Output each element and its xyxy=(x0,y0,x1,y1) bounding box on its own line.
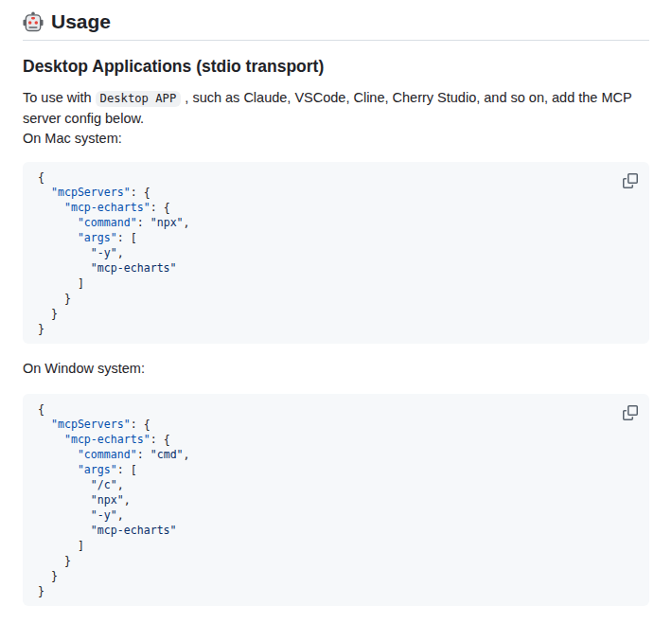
usage-heading-label: Usage xyxy=(51,9,111,34)
code-line: } xyxy=(38,291,634,306)
code-line: ] xyxy=(38,276,634,291)
code-line: } xyxy=(38,553,634,568)
usage-heading: Usage xyxy=(23,9,649,41)
code-line: { xyxy=(38,401,634,417)
code-line: "mcp-echarts" xyxy=(38,260,634,276)
code-line: } xyxy=(38,306,634,321)
code-line: } xyxy=(38,321,634,336)
intro-line-2: On Mac system: xyxy=(23,129,649,149)
copy-icon xyxy=(623,405,638,420)
copy-button-windows[interactable] xyxy=(619,401,642,424)
readme-content: Usage Desktop Applications (stdio transp… xyxy=(0,0,672,623)
code-line: { xyxy=(38,169,634,185)
inline-code-desktop-app: Desktop APP xyxy=(96,91,182,107)
code-line: "args": [ xyxy=(38,230,634,245)
code-line: } xyxy=(38,583,634,598)
code-line: "mcpServers": { xyxy=(38,185,634,200)
code-line: "npx", xyxy=(38,492,634,507)
code-line: "mcp-echarts" xyxy=(38,523,634,538)
section-heading: Desktop Applications (stdio transport) xyxy=(23,56,649,77)
windows-label: On Window system: xyxy=(23,359,649,379)
code-line: ] xyxy=(38,538,634,553)
code-line: "mcp-echarts": { xyxy=(38,200,634,215)
code-windows: { "mcpServers": { "mcp-echarts": { "comm… xyxy=(23,394,649,606)
code-block-windows: { "mcpServers": { "mcp-echarts": { "comm… xyxy=(23,394,649,606)
code-line: "/c", xyxy=(38,477,634,492)
code-mac: { "mcpServers": { "mcp-echarts": { "comm… xyxy=(23,162,649,344)
code-line: "mcp-echarts": { xyxy=(38,432,634,447)
code-line: "command": "npx", xyxy=(38,215,634,230)
intro-line-1: To use with Desktop APP , such as Claude… xyxy=(23,88,649,129)
code-line: "command": "cmd", xyxy=(38,447,634,462)
code-line: "-y", xyxy=(38,245,634,260)
code-line: "mcpServers": { xyxy=(38,417,634,432)
intro-paragraph: To use with Desktop APP , such as Claude… xyxy=(23,88,649,149)
copy-icon xyxy=(623,173,638,188)
intro-text-before: To use with xyxy=(23,90,96,105)
copy-button-mac[interactable] xyxy=(619,169,642,192)
robot-icon xyxy=(23,11,44,32)
code-block-mac: { "mcpServers": { "mcp-echarts": { "comm… xyxy=(23,162,649,344)
code-line: "args": [ xyxy=(38,462,634,477)
code-line: "-y", xyxy=(38,507,634,523)
code-line: } xyxy=(38,568,634,583)
